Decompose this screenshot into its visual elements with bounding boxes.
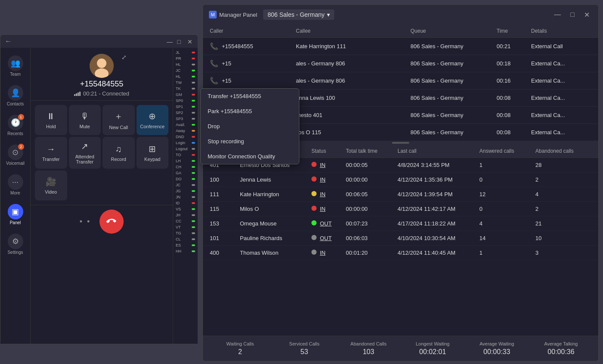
status-row: HL xyxy=(174,62,197,68)
table-row[interactable]: 111 Kate Harrington IN 00:06:05 4/12/202… xyxy=(203,187,598,202)
manager-panel: M Manager Panel 806 Sales - Germany ▾ — … xyxy=(202,4,599,361)
context-item-stop-recording[interactable]: Stop recording xyxy=(201,134,299,149)
queue-selector[interactable]: 806 Sales - Germany ▾ xyxy=(263,9,334,20)
manager-app-icon: M xyxy=(209,11,217,19)
avatar-area: ⤢ xyxy=(90,54,114,78)
status-dot xyxy=(192,184,195,186)
caller-cell: 📞 +155484555 xyxy=(210,42,296,50)
sidebar-item-team[interactable]: 👥 Team xyxy=(0,52,30,80)
table-row[interactable]: 📞 +15 ales - Germany 806 806 Sales - Ger… xyxy=(203,55,598,72)
queue-header: Queue xyxy=(410,28,497,34)
avatar xyxy=(90,54,114,78)
table-row[interactable]: 400 Thomas Wilson IN 00:01:20 4/12/2024 … xyxy=(203,246,598,260)
status-row: TG xyxy=(174,230,197,236)
phone-left-nav: 👥 Team 👤 Contacts 🕐 1 Recents ⊙ 2 Voicem… xyxy=(0,48,31,344)
status-dot xyxy=(192,214,195,216)
status-row: Logout xyxy=(174,146,197,152)
context-item-drop[interactable]: Drop xyxy=(201,119,299,134)
status-row: HL xyxy=(174,74,197,80)
status-row: TO xyxy=(174,152,197,158)
status-row: LH xyxy=(174,158,197,164)
status-row: GM xyxy=(174,92,197,98)
manager-minimize-button[interactable]: — xyxy=(551,10,563,20)
status-indicator xyxy=(311,235,317,240)
status-row: Away xyxy=(174,128,197,134)
sidebar-item-settings[interactable]: ⚙ Settings xyxy=(0,230,30,258)
phone-titlebar: ← — □ ✕ xyxy=(0,35,198,48)
attended-transfer-button[interactable]: ↗ Attended Transfer xyxy=(69,137,101,169)
keypad-button[interactable]: ⊞ Keypad xyxy=(137,137,169,169)
new-call-button[interactable]: ＋ New Call xyxy=(103,105,135,135)
dropdown-icon: ▾ xyxy=(327,11,330,18)
status-dot xyxy=(192,130,195,132)
table-row[interactable]: 📞 +155484555 Kate Harrington 111 806 Sal… xyxy=(203,38,598,55)
dots-indicator: • • xyxy=(80,217,91,226)
agents-list: 401 Ernesto Dos Santos IN 00:00:05 4/8/2… xyxy=(203,158,598,336)
manager-close-button[interactable]: ✕ xyxy=(581,10,592,20)
table-row[interactable]: 100 Jenna Lewis IN 00:00:00 4/12/2024 1:… xyxy=(203,173,598,187)
status-row: JL xyxy=(174,49,197,56)
status-row: GA xyxy=(174,170,197,176)
record-button[interactable]: ♫ Record xyxy=(103,137,135,169)
conference-button[interactable]: ⊕ Conference xyxy=(137,105,169,135)
video-button[interactable]: 🎥 Video xyxy=(35,170,67,201)
mute-button[interactable]: 🎙 Mute xyxy=(69,105,101,135)
end-call-area: • • xyxy=(31,205,173,238)
status-row: DND xyxy=(174,134,197,140)
end-call-button[interactable] xyxy=(99,210,124,234)
status-dot xyxy=(192,94,195,96)
minimize-icon[interactable]: — xyxy=(167,38,173,44)
average-waiting-label: Average Waiting xyxy=(479,341,514,346)
sidebar-item-contacts[interactable]: 👤 Contacts xyxy=(0,82,30,110)
abandoned-calls-stat: Abandoned Calls 103 xyxy=(338,341,399,356)
manager-maximize-button[interactable]: □ xyxy=(568,10,577,20)
average-talking-value: 00:00:36 xyxy=(547,348,574,356)
status-dot xyxy=(192,232,195,234)
table-row[interactable]: 115 Milos O IN 00:00:00 4/12/2024 11:42:… xyxy=(203,202,598,216)
status-indicator xyxy=(311,220,317,225)
hold-button[interactable]: ⏸ Hold xyxy=(35,105,67,135)
back-button[interactable]: ← xyxy=(5,37,12,45)
longest-waiting-label: Longest Waiting xyxy=(416,341,449,346)
sidebar-item-more[interactable]: ··· More xyxy=(0,171,30,199)
waiting-calls-label: Waiting Calls xyxy=(227,341,254,346)
maximize-icon[interactable]: □ xyxy=(177,38,183,44)
context-item-monitor-quality[interactable]: Monitor Connection Quality xyxy=(201,149,299,164)
recents-icon: 🕐 1 xyxy=(8,115,23,130)
status-dot xyxy=(192,70,195,71)
call-info-section: ⤢ +155484555 00:21 - Connected xyxy=(31,48,173,101)
status-dot xyxy=(192,148,195,150)
call-status-icon: 📞 xyxy=(210,42,218,50)
sidebar-item-recents[interactable]: 🕐 1 Recents xyxy=(0,111,30,139)
status-dot xyxy=(192,250,195,252)
transfer-button[interactable]: → Transfer xyxy=(35,137,67,169)
status-row: VS xyxy=(174,206,197,212)
status-row: SP0 xyxy=(174,98,197,104)
phone-body: 👥 Team 👤 Contacts 🕐 1 Recents ⊙ 2 Voicem… xyxy=(0,48,198,344)
sidebar-item-panel[interactable]: ▣ Panel xyxy=(0,201,30,228)
status-dot xyxy=(192,136,195,138)
callee-header: Callee xyxy=(296,28,410,34)
divider-handle[interactable] xyxy=(392,142,409,144)
context-item-transfer[interactable]: Transfer +155484555 xyxy=(201,89,299,104)
voicemail-icon: ⊙ 2 xyxy=(8,145,23,160)
sidebar-item-voicemail[interactable]: ⊙ 2 Voicemail xyxy=(0,141,30,169)
table-row[interactable]: 📞 +15 ales - Germany 806 806 Sales - Ger… xyxy=(203,72,598,89)
status-row: HH xyxy=(174,248,197,254)
abandoned-calls-value: 103 xyxy=(363,348,374,356)
panel-icon: ▣ xyxy=(8,204,23,219)
last-call-header: Last call xyxy=(398,148,479,154)
transfer-icon: → xyxy=(47,144,55,154)
mute-icon: 🎙 xyxy=(81,111,89,121)
popout-icon[interactable]: ⤢ xyxy=(121,54,127,61)
status-dot xyxy=(192,112,195,114)
status-dot xyxy=(192,166,195,168)
context-item-park[interactable]: Park +155484555 xyxy=(201,104,299,119)
status-row: JH xyxy=(174,212,197,218)
table-row[interactable]: 153 Omega Mouse OUT 00:07:23 4/17/2024 1… xyxy=(203,216,598,231)
call-status-icon: 📞 xyxy=(210,77,218,85)
close-icon[interactable]: ✕ xyxy=(187,38,193,44)
status-dot xyxy=(192,106,195,108)
signal-bars xyxy=(74,92,81,96)
table-row[interactable]: 101 Pauline Richards OUT 00:06:03 4/10/2… xyxy=(203,231,598,246)
